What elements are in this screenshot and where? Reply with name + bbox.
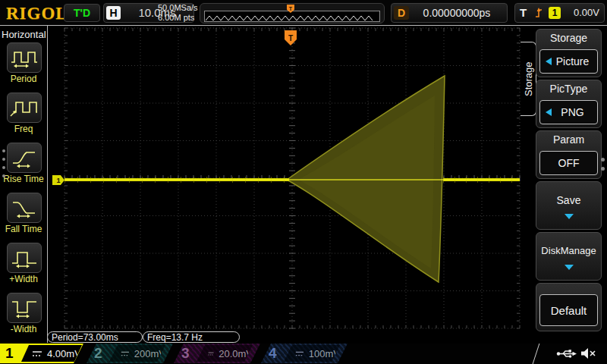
menu-block-save[interactable]: Save (536, 181, 602, 230)
plus-width-button[interactable] (7, 243, 42, 273)
page-indicator-dot (2, 158, 5, 161)
channel2-tab[interactable]: 2 200mV (86, 344, 173, 363)
delay-label: D (394, 6, 409, 20)
period-icon (9, 47, 39, 68)
param-value: OFF (558, 157, 580, 169)
default-label: Default (551, 304, 587, 317)
delay-value: 0.00000000ps (410, 4, 504, 22)
channel4-number: 4 (269, 344, 277, 362)
pictype-label: PicType (536, 83, 601, 95)
menu-block-pictype[interactable]: PicType PNG (536, 80, 602, 128)
coupling-icon (208, 350, 214, 357)
minus-width-button[interactable] (7, 293, 42, 323)
left-measure-menu: Horizontal Period Freq (0, 26, 48, 343)
right-function-menu: Storage Storage Picture PicType PNG Para… (521, 26, 607, 343)
page-indicator-dot (2, 149, 5, 152)
down-arrow-icon (565, 214, 574, 219)
menu-block-storage[interactable]: Storage Picture (536, 29, 602, 77)
channel4-tab[interactable]: 4 100mV (261, 344, 348, 363)
page-indicator-dot (2, 174, 5, 177)
statusbar-divider (533, 344, 540, 364)
channel3-scale: 20.0mV (219, 348, 253, 359)
minus-width-label: -Width (0, 324, 47, 334)
rise-time-icon (9, 147, 39, 168)
trigger-source-badge: 1 (549, 7, 561, 19)
fall-time-button[interactable] (7, 193, 42, 223)
param-value-button[interactable]: OFF (539, 151, 598, 175)
menu-item-freq[interactable]: Freq (0, 93, 47, 141)
delay-readout-box: D 0.00000000ps (391, 3, 508, 23)
storage-label: Storage (536, 32, 601, 44)
menu-item-rise-time[interactable]: Rise Time (0, 143, 47, 191)
channel1-tab[interactable]: 1 4.00mV (0, 344, 85, 363)
channel-status-bar: 1 4.00mV 2 200mV 3 (0, 344, 607, 364)
measurement-period: Period=73.00ms (47, 331, 143, 343)
menu-block-diskmanage[interactable]: DiskManage (536, 232, 602, 281)
diskmanage-label: DiskManage (536, 245, 601, 256)
channel1-scale: 4.00mV (47, 348, 81, 359)
menu-block-default[interactable]: Default (536, 283, 602, 331)
down-arrow-icon (565, 265, 574, 270)
plus-width-icon (9, 247, 39, 268)
fall-time-label: Fall Time (0, 224, 47, 234)
trigger-readout-box[interactable]: T 1 0.00V (514, 3, 605, 23)
freq-icon (9, 97, 39, 118)
measurement-freq: Freq=13.7 Hz (143, 331, 240, 343)
trigger-status-badge: T'D (64, 4, 100, 22)
period-button[interactable] (7, 42, 42, 73)
trigger-label: T (520, 4, 527, 22)
oscilloscope-screen: RIGOL T'D H 10.0ms 50.0MSa/s 6.00M pts T… (0, 0, 607, 364)
sample-rate: 50.0MSa/s (158, 3, 198, 13)
burst-envelope-inner-shade (298, 96, 435, 268)
minus-width-icon (9, 297, 39, 318)
param-label: Param (536, 133, 601, 146)
menu-item-fall-time[interactable]: Fall Time (0, 193, 47, 241)
waveform-display (48, 26, 521, 343)
menu-item-plus-width[interactable]: +Width (0, 243, 47, 291)
channel3-tab[interactable]: 3 20.0mV (174, 344, 260, 363)
pictype-value-button[interactable]: PNG (539, 100, 598, 124)
top-status-bar: RIGOL T'D H 10.0ms 50.0MSa/s 6.00M pts T… (0, 0, 607, 26)
channel4-scale: 100mV (309, 348, 340, 359)
freq-label: Freq (0, 124, 47, 134)
preview-zigzag-icon (205, 14, 378, 22)
graticule (48, 26, 521, 343)
fall-time-icon (9, 197, 39, 218)
storage-menu-tab[interactable]: Storage (521, 42, 536, 116)
menu-item-period[interactable]: Period (0, 42, 47, 91)
coupling-icon (295, 350, 304, 357)
channel1-number: 1 (5, 344, 14, 362)
speaker-muted-icon (580, 347, 598, 360)
default-button[interactable]: Default (539, 294, 598, 326)
save-label: Save (536, 194, 601, 206)
trigger-slope-rising-icon (534, 7, 543, 19)
rise-time-button[interactable] (7, 143, 42, 173)
menu-item-minus-width[interactable]: -Width (0, 293, 47, 341)
coupling-icon (32, 350, 42, 357)
channel3-number: 3 (181, 344, 190, 362)
rigol-logo: RIGOL (6, 4, 68, 24)
storage-value: Picture (556, 55, 590, 67)
memory-depth: 6.00M pts (158, 13, 198, 23)
left-arrow-icon (546, 58, 552, 65)
channel2-scale: 200mV (134, 348, 165, 359)
pictype-value: PNG (561, 106, 583, 118)
coupling-icon (121, 350, 130, 357)
horizontal-label: H (106, 6, 121, 20)
usb-icon (556, 348, 577, 359)
page-indicator-dot (601, 158, 605, 162)
acquisition-info: 50.0MSa/s 6.00M pts (158, 3, 198, 23)
channel2-number: 2 (94, 344, 102, 362)
storage-value-button[interactable]: Picture (539, 49, 598, 74)
plus-width-label: +Width (0, 274, 47, 284)
left-arrow-icon (546, 108, 552, 116)
page-indicator-dot (601, 167, 605, 171)
menu-block-param[interactable]: Param OFF (536, 130, 602, 179)
page-indicator-dot (2, 166, 5, 169)
trigger-level-value: 0.00V (574, 4, 599, 22)
rise-time-label: Rise Time (0, 174, 47, 184)
period-label: Period (0, 74, 47, 84)
left-menu-title: Horizontal (2, 29, 46, 40)
freq-button[interactable] (7, 93, 42, 123)
preview-window (204, 11, 380, 22)
